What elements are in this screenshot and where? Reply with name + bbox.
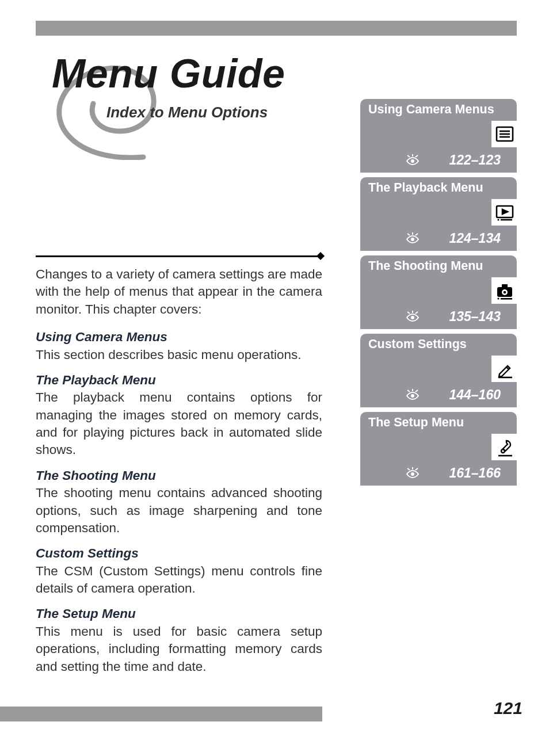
section-heading: The Shooting Menu: [36, 467, 322, 484]
eye-icon: [405, 467, 420, 479]
svg-line-29: [407, 390, 410, 392]
eye-icon: [405, 232, 420, 244]
menu-list-icon: [491, 121, 518, 147]
bottom-decorative-band: [0, 707, 322, 721]
svg-point-4: [411, 159, 414, 163]
page-number: 121: [494, 698, 523, 718]
section-body: The playback menu contains options for m…: [36, 389, 322, 459]
section-body: This section describes basic menu operat…: [36, 346, 322, 364]
eye-icon: [405, 311, 420, 322]
sidebar-item-shooting-menu[interactable]: The Shooting Menu 135–143: [360, 255, 517, 329]
svg-point-34: [411, 472, 414, 476]
svg-line-5: [407, 155, 410, 157]
page-subtitle: Index to Menu Options: [106, 104, 268, 121]
svg-point-32: [501, 449, 505, 453]
sidebar-item-label: The Setup Menu: [368, 415, 464, 430]
section-heading: The Setup Menu: [36, 605, 322, 623]
svg-point-10: [497, 219, 499, 220]
section-body: This menu is used for basic camera setup…: [36, 623, 322, 675]
playback-icon: [491, 199, 518, 226]
sidebar-item-pages: 161–166: [449, 465, 501, 481]
svg-point-22: [411, 316, 414, 319]
section-heading: Custom Settings: [36, 545, 322, 562]
section-body: The CSM (Custom Settings) menu controls …: [36, 563, 322, 598]
divider-end-diamond: [317, 252, 325, 260]
svg-line-15: [415, 234, 418, 235]
eye-icon: [405, 154, 420, 166]
sidebar-item-using-camera-menus[interactable]: Using Camera Menus 122–123: [360, 99, 517, 173]
svg-line-7: [415, 155, 418, 157]
section-body: The shooting menu contains advanced shoo…: [36, 484, 322, 537]
section-heading: The Playback Menu: [36, 372, 322, 389]
sidebar-item-pages: 124–134: [449, 231, 501, 246]
camera-icon: [491, 277, 518, 304]
page-title: Menu Guide: [52, 51, 285, 97]
sidebar-item-label: The Playback Menu: [368, 181, 483, 195]
pencil-icon: [491, 356, 518, 382]
sidebar-item-pages: 144–160: [449, 387, 501, 403]
svg-line-31: [415, 390, 418, 392]
svg-rect-17: [502, 284, 508, 288]
svg-point-12: [411, 238, 414, 241]
svg-line-25: [415, 312, 418, 314]
svg-point-28: [411, 394, 414, 398]
svg-rect-21: [501, 298, 512, 300]
sidebar-item-playback-menu[interactable]: The Playback Menu 124–134: [360, 177, 517, 251]
sidebar-item-label: The Shooting Menu: [368, 259, 483, 273]
svg-marker-9: [502, 209, 508, 214]
svg-line-35: [407, 468, 410, 470]
sidebar-item-pages: 135–143: [449, 309, 501, 324]
section-heading: Using Camera Menus: [36, 329, 322, 346]
svg-line-37: [415, 468, 418, 470]
sidebar-item-setup-menu[interactable]: The Setup Menu 161–166: [360, 412, 517, 486]
body-text-column: Changes to a variety of camera settings …: [36, 266, 322, 680]
sidebar-item-label: Custom Settings: [368, 337, 467, 352]
sidebar-item-custom-settings[interactable]: Custom Settings 144–160: [360, 334, 517, 407]
sidebar-item-label: Using Camera Menus: [368, 102, 494, 117]
sidebar-item-pages: 122–123: [449, 152, 501, 168]
svg-point-20: [497, 297, 499, 299]
svg-line-13: [407, 234, 410, 235]
svg-point-19: [504, 291, 506, 294]
eye-icon: [405, 389, 420, 400]
svg-line-23: [407, 312, 410, 314]
top-decorative-band: [36, 21, 517, 36]
sidebar: Using Camera Menus 122–123 The Playback …: [360, 99, 517, 490]
wrench-icon: [491, 434, 518, 460]
section-divider: [36, 255, 322, 257]
intro-paragraph: Changes to a variety of camera settings …: [36, 266, 322, 318]
